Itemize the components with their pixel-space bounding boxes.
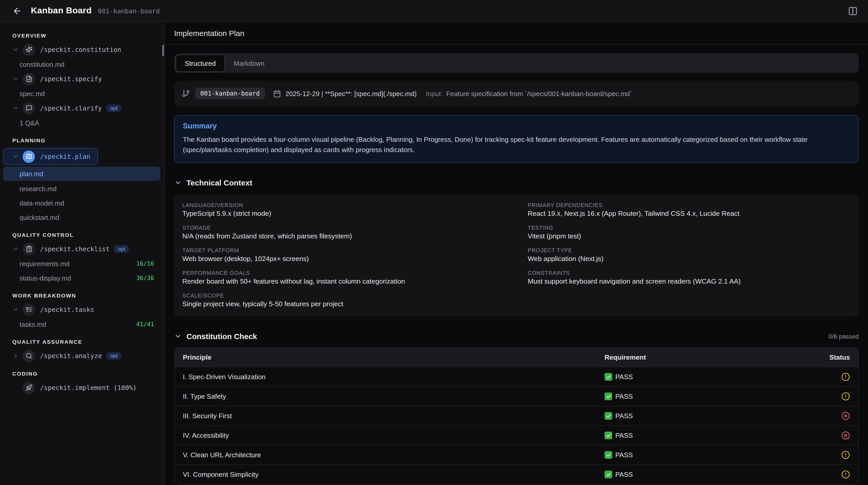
table-row: I. Spec-Driven Visualization PASS xyxy=(175,367,858,386)
chevron-down-icon[interactable] xyxy=(174,179,182,186)
sidebar-item-label: /speckit.implement (100%) xyxy=(40,384,136,392)
section-label-quality-assurance: QUALITY ASSURANCE xyxy=(0,331,164,348)
sidebar-item-label: /speckit.checklist xyxy=(40,245,110,253)
sidebar-item-label: /speckit.clarify xyxy=(40,104,102,112)
requirement-cell: PASS xyxy=(604,393,810,400)
tech-field: CONSTRAINTS Must support keyboard naviga… xyxy=(528,270,850,285)
calendar-icon xyxy=(273,90,281,97)
col-requirement: Requirement xyxy=(604,354,810,361)
tech-field: SCALE/SCOPE Single project view, typical… xyxy=(182,292,505,308)
principle-cell: I. Spec-Driven Visualization xyxy=(183,373,604,381)
sparkles-icon xyxy=(23,43,35,56)
opt-badge: opt xyxy=(106,352,121,360)
app-window: Kanban Board 001-kanban-board OVERVIEW /… xyxy=(0,0,868,485)
field-label: CONSTRAINTS xyxy=(528,270,850,276)
requirement-cell: PASS xyxy=(604,471,810,478)
branch-chip: 001-kanban-board xyxy=(195,88,265,99)
sidebar-file-requirements-md[interactable]: requirements.md 16/16 xyxy=(0,256,164,271)
check-square-icon xyxy=(604,393,612,400)
principle-cell: III. Security First xyxy=(183,412,604,420)
sidebar-item-clarify[interactable]: /speckit.clarify opt xyxy=(0,101,164,116)
field-value: Vitest (pnpm test) xyxy=(528,232,850,240)
table-row: VI. Component Simplicity PASS xyxy=(175,464,858,484)
sidebar-item-analyze[interactable]: /speckit.analyze opt xyxy=(0,348,164,363)
sidebar-file-clarify-qa[interactable]: 1 Q&A xyxy=(0,116,164,130)
field-value: N/A (reads from Zustand store, which par… xyxy=(182,232,505,240)
principle-cell: V. Clean URL Architecture xyxy=(183,451,604,459)
file-label: quickstart.md xyxy=(20,213,59,221)
section-label-coding: CODING xyxy=(0,363,164,380)
chevron-down-icon xyxy=(12,246,19,252)
sidebar-item-label: /speckit.tasks xyxy=(40,306,94,313)
principle-cell: IV. Accessibility xyxy=(183,431,604,439)
git-branch-icon xyxy=(182,89,190,98)
file-label: status-display.md xyxy=(20,274,71,282)
pass-label: PASS xyxy=(615,431,633,439)
sidebar-item-label: /speckit.plan xyxy=(40,153,90,160)
app-subtitle: 001-kanban-board xyxy=(98,7,160,14)
chevron-down-icon xyxy=(12,306,19,313)
requirement-cell: PASS xyxy=(604,451,810,459)
panel-toggle-button[interactable] xyxy=(848,6,858,16)
field-label: TESTING xyxy=(528,224,850,231)
arrow-left-icon xyxy=(12,6,22,16)
sidebar-file-spec-md[interactable]: spec.md xyxy=(0,86,164,101)
requirement-cell: PASS xyxy=(604,412,810,420)
sidebar-scrollbar[interactable] xyxy=(162,45,164,56)
sidebar-file-status-display-md[interactable]: status-display.md 36/36 xyxy=(0,271,164,285)
field-value: Render board with 50+ features without l… xyxy=(182,277,505,285)
field-label: PERFORMANCE GOALS xyxy=(182,270,505,276)
field-value: Web browser (desktop, 1024px+ screens) xyxy=(182,255,505,263)
check-square-icon xyxy=(604,412,612,420)
section-label-quality-control: QUALITY CONTROL xyxy=(0,224,164,241)
x-circle-icon[interactable] xyxy=(841,431,850,440)
sidebar-item-constitution[interactable]: /speckit.constitution xyxy=(0,42,164,57)
sidebar-file-data-model-md[interactable]: data-model.md xyxy=(0,196,164,210)
pass-label: PASS xyxy=(615,373,633,381)
check-count: 16/16 xyxy=(136,260,154,267)
tech-field: PROJECT TYPE Web application (Next.js) xyxy=(528,247,850,263)
tech-column-right: PRIMARY DEPENDENCIES React 19.x, Next.js… xyxy=(528,202,850,315)
sidebar-item-tasks[interactable]: /speckit.tasks xyxy=(0,302,164,317)
table-row: II. Type Safety PASS xyxy=(175,386,858,406)
opt-badge: opt xyxy=(106,104,121,112)
file-label: tasks.md xyxy=(20,320,46,328)
tech-field: LANGUAGE/VERSION TypeScript 5.9.x (stric… xyxy=(182,202,505,217)
chevron-down-icon xyxy=(12,153,19,160)
alert-circle-icon[interactable] xyxy=(841,470,850,479)
file-label: research.md xyxy=(20,185,57,192)
check-square-icon xyxy=(604,471,612,478)
check-count: 36/36 xyxy=(136,274,154,281)
table-row: IV. Accessibility PASS xyxy=(175,425,858,445)
input-value: Feature specification from `/specs/001-k… xyxy=(446,90,632,97)
sidebar-item-specify[interactable]: /speckit.specify xyxy=(0,71,164,86)
tech-column-left: LANGUAGE/VERSION TypeScript 5.9.x (stric… xyxy=(182,202,505,315)
check-count: 41/41 xyxy=(136,321,154,328)
map-icon xyxy=(23,150,35,162)
back-button[interactable] xyxy=(10,4,24,18)
alert-circle-icon[interactable] xyxy=(841,392,850,401)
tech-field: PRIMARY DEPENDENCIES React 19.x, Next.js… xyxy=(528,202,850,217)
pass-label: PASS xyxy=(615,471,633,478)
sidebar-item-plan[interactable]: /speckit.plan xyxy=(3,148,98,165)
sidebar-file-tasks-md[interactable]: tasks.md 41/41 xyxy=(0,317,164,331)
sidebar-file-quickstart-md[interactable]: quickstart.md xyxy=(0,210,164,224)
tab-structured[interactable]: Structured xyxy=(176,55,225,72)
section-label-overview: OVERVIEW xyxy=(0,25,164,42)
main-panel: Implementation Plan Structured Markdown … xyxy=(165,22,868,485)
view-tabs: Structured Markdown xyxy=(174,54,859,73)
x-circle-icon[interactable] xyxy=(841,412,850,420)
alert-circle-icon[interactable] xyxy=(841,372,850,381)
sidebar-item-checklist[interactable]: /speckit.checklist opt xyxy=(0,241,164,256)
chevron-down-icon[interactable] xyxy=(174,332,182,340)
alert-circle-icon[interactable] xyxy=(841,451,850,459)
sidebar-item-implement[interactable]: /speckit.implement (100%) xyxy=(0,380,164,395)
chevron-right-icon xyxy=(12,353,19,359)
date-spec-line: 2025-12-29 | **Spec**: [spec.md](./spec.… xyxy=(285,90,416,97)
sidebar-file-plan-md[interactable]: plan.md xyxy=(3,166,160,181)
sidebar-file-constitution-md[interactable]: constitution.md xyxy=(0,57,164,71)
tab-markdown[interactable]: Markdown xyxy=(225,55,273,71)
pass-label: PASS xyxy=(615,393,633,400)
tech-field: STORAGE N/A (reads from Zustand store, w… xyxy=(182,224,505,240)
sidebar-file-research-md[interactable]: research.md xyxy=(0,181,164,196)
